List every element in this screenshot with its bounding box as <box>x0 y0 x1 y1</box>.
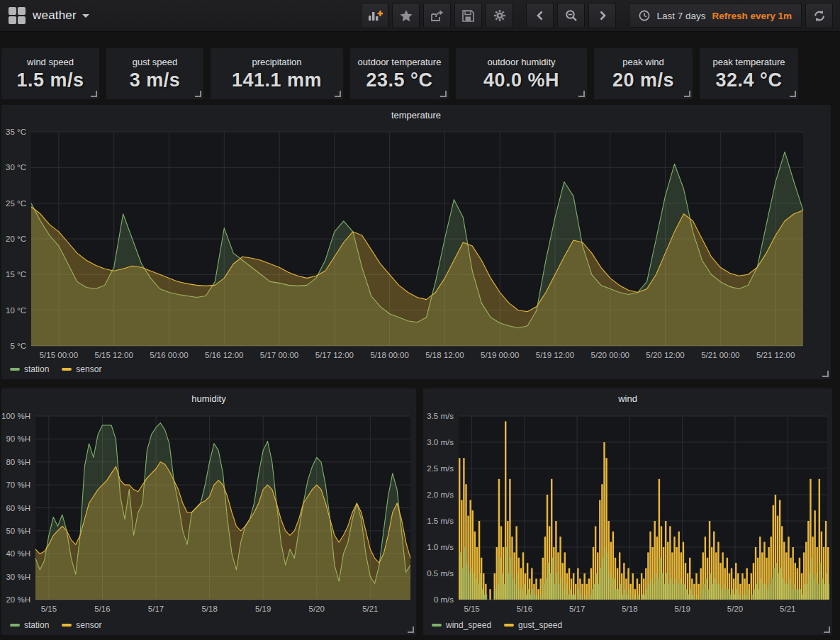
panel-resize-handle[interactable] <box>91 91 97 97</box>
svg-text:20 °C: 20 °C <box>6 235 26 243</box>
panel-resize-handle[interactable] <box>440 91 447 97</box>
refresh-interval-label: Refresh every 1m <box>712 11 792 21</box>
svg-text:5/20: 5/20 <box>727 605 743 613</box>
svg-text:5/18: 5/18 <box>622 605 637 613</box>
svg-text:90 %H: 90 %H <box>6 434 30 443</box>
stat-outdoor-temperature: outdoor temperature 23.5 °C <box>350 48 449 99</box>
legend: stationsensor <box>10 620 101 630</box>
panel-resize-handle[interactable] <box>578 91 585 97</box>
legend-item-station[interactable]: station <box>10 620 49 630</box>
svg-text:5/20: 5/20 <box>309 605 325 613</box>
svg-text:5/17: 5/17 <box>148 605 164 613</box>
panel-resize-handle[interactable] <box>824 627 830 633</box>
stat-title[interactable]: peak temperature <box>713 57 785 67</box>
svg-text:5/21 12:00: 5/21 12:00 <box>756 351 795 359</box>
navbar: weather <box>0 0 840 32</box>
svg-text:5/17 00:00: 5/17 00:00 <box>260 351 298 359</box>
panel-resize-handle[interactable] <box>822 371 829 377</box>
stat-peak-temperature: peak temperature 32.4 °C <box>700 48 798 99</box>
panel-title[interactable]: humidity <box>1 393 416 404</box>
svg-text:2.5 m/s: 2.5 m/s <box>427 464 454 473</box>
svg-text:1.0 m/s: 1.0 m/s <box>427 543 454 551</box>
legend-label: sensor <box>76 364 101 374</box>
panel-humidity: humidity 100 %H90 %H80 %H70 %H60 %H50 %H… <box>1 388 416 635</box>
svg-text:60 %H: 60 %H <box>6 504 30 512</box>
dashboards-grid-icon[interactable] <box>9 7 26 24</box>
dashboard-title[interactable]: weather <box>33 9 77 23</box>
svg-text:3.0 m/s: 3.0 m/s <box>427 438 454 447</box>
stat-title[interactable]: wind speed <box>27 57 74 67</box>
legend-item-station[interactable]: station <box>10 364 49 374</box>
time-picker[interactable]: Last 7 days Refresh every 1m <box>629 4 802 28</box>
legend-swatch <box>62 624 72 627</box>
legend-swatch <box>10 368 20 371</box>
legend-label: sensor <box>76 620 101 630</box>
svg-text:5/17 12:00: 5/17 12:00 <box>315 351 354 359</box>
legend-item-sensor[interactable]: sensor <box>62 364 101 374</box>
svg-text:5/15: 5/15 <box>41 605 57 613</box>
stat-title[interactable]: peak wind <box>622 57 664 67</box>
stat-value: 32.4 °C <box>716 69 783 91</box>
settings-button[interactable] <box>486 3 513 28</box>
panel-title[interactable]: temperature <box>1 110 831 120</box>
svg-text:5/19: 5/19 <box>255 605 271 613</box>
save-button[interactable] <box>454 3 482 28</box>
stat-peak-wind: peak wind 20 m/s <box>594 48 693 99</box>
svg-text:5/20 12:00: 5/20 12:00 <box>646 351 684 359</box>
svg-text:5/18: 5/18 <box>201 605 217 613</box>
clock-icon <box>639 10 650 21</box>
legend: stationsensor <box>10 364 101 374</box>
panel-resize-handle[interactable] <box>195 91 201 97</box>
add-panel-button[interactable] <box>361 3 388 28</box>
refresh-button[interactable] <box>805 3 833 28</box>
time-range-label: Last 7 days <box>656 11 705 21</box>
stat-value: 23.5 °C <box>366 69 433 91</box>
legend-item-wind_speed[interactable]: wind_speed <box>432 620 491 630</box>
panel-title[interactable]: wind <box>423 393 832 404</box>
svg-text:40 %H: 40 %H <box>6 549 30 558</box>
chevron-down-icon[interactable] <box>82 14 89 18</box>
share-icon <box>430 10 444 22</box>
legend-item-sensor[interactable]: sensor <box>62 620 101 630</box>
bottom-row: humidity 100 %H90 %H80 %H70 %H60 %H50 %H… <box>1 388 840 635</box>
stat-title[interactable]: gust speed <box>133 57 178 67</box>
svg-text:5/18 12:00: 5/18 12:00 <box>425 351 464 359</box>
stat-title[interactable]: precipitation <box>252 57 301 67</box>
svg-text:0.5 m/s: 0.5 m/s <box>427 569 454 578</box>
humidity-chart[interactable]: 100 %H90 %H80 %H70 %H60 %H50 %H40 %H30 %… <box>1 388 416 635</box>
legend-swatch <box>62 368 72 371</box>
time-back-button[interactable] <box>526 3 554 28</box>
stat-gust-speed: gust speed 3 m/s <box>106 48 203 99</box>
legend-label: gust_speed <box>518 620 562 630</box>
stats-row: wind speed 1.5 m/s gust speed 3 m/s prec… <box>1 48 840 99</box>
svg-text:5/15 12:00: 5/15 12:00 <box>94 351 133 359</box>
svg-text:70 %H: 70 %H <box>6 481 30 489</box>
share-button[interactable] <box>423 3 451 28</box>
svg-text:30 °C: 30 °C <box>6 163 26 172</box>
stat-precipitation: precipitation 141.1 mm <box>211 48 343 99</box>
panel-resize-handle[interactable] <box>335 91 341 97</box>
panel-resize-handle[interactable] <box>790 91 796 97</box>
svg-text:5/17: 5/17 <box>569 605 585 613</box>
panel-resize-handle[interactable] <box>684 91 690 97</box>
star-button[interactable] <box>392 3 420 28</box>
stat-title[interactable]: outdoor humidity <box>487 57 555 67</box>
wind-chart[interactable]: 3.5 m/s3.0 m/s2.5 m/s2.0 m/s1.5 m/s1.0 m… <box>423 388 832 635</box>
legend-swatch <box>504 624 514 627</box>
svg-text:5/16 12:00: 5/16 12:00 <box>205 351 243 359</box>
svg-text:10 °C: 10 °C <box>6 306 26 315</box>
time-forward-button[interactable] <box>588 3 616 28</box>
svg-text:5/15 00:00: 5/15 00:00 <box>40 351 78 359</box>
svg-text:5/19 12:00: 5/19 12:00 <box>536 351 574 359</box>
chevron-left-icon <box>535 10 545 21</box>
panel-resize-handle[interactable] <box>408 627 414 633</box>
stat-title[interactable]: outdoor temperature <box>358 57 442 67</box>
gear-icon <box>493 9 506 22</box>
stat-outdoor-humidity: outdoor humidity 40.0 %H <box>456 48 587 99</box>
svg-text:5/15: 5/15 <box>464 605 479 613</box>
stat-value: 141.1 mm <box>232 69 322 91</box>
temperature-chart[interactable]: 35 °C30 °C25 °C20 °C15 °C10 °C5 °C5/15 0… <box>1 105 831 379</box>
legend-item-gust_speed[interactable]: gust_speed <box>504 620 562 630</box>
zoom-out-button[interactable] <box>557 3 585 28</box>
svg-text:0 m/s: 0 m/s <box>434 595 454 604</box>
